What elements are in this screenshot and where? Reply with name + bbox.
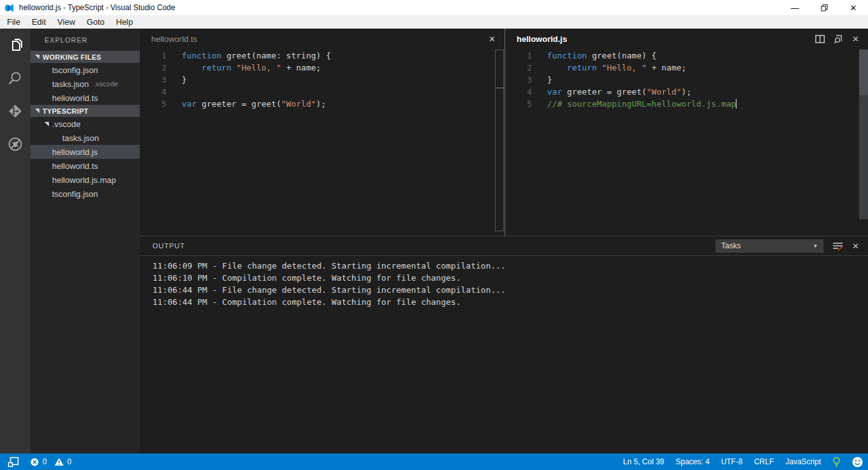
- close-window-button[interactable]: ✕: [839, 0, 868, 15]
- output-line: 11:06:10 PM - Compilation complete. Watc…: [153, 272, 868, 284]
- line-number: 5: [140, 98, 166, 110]
- title-bar: helloworld.js - TypeScript - Visual Stud…: [0, 0, 868, 15]
- editor-left-header[interactable]: helloworld.ts ✕: [140, 29, 505, 50]
- window-title: helloworld.js - TypeScript - Visual Stud…: [19, 3, 175, 12]
- status-encoding[interactable]: UTF-8: [721, 457, 743, 466]
- code-area[interactable]: 1function greet(name) {2 return "Hello, …: [505, 50, 868, 236]
- section-label: WORKING FILES: [43, 53, 102, 61]
- file-label: tsconfig.json: [52, 189, 98, 199]
- menu-bar: FileEditViewGotoHelp: [0, 15, 868, 29]
- panel-title: OUTPUT: [153, 242, 185, 250]
- status-cursor-position[interactable]: Ln 5, Col 39: [623, 457, 665, 466]
- sidebar-item-tasks-json[interactable]: tasks.json.vscode: [31, 77, 140, 91]
- vscode-logo: [4, 3, 14, 13]
- activity-git[interactable]: [0, 95, 31, 128]
- output-panel: OUTPUT Tasks ▼ ✕ 11:06:09 PM - File chan…: [140, 236, 868, 453]
- restore-button[interactable]: [810, 0, 839, 15]
- close-editor-icon[interactable]: ✕: [489, 34, 496, 44]
- line-number: 1: [140, 50, 166, 62]
- code-line: 5var greeter = greet("World");: [140, 98, 505, 110]
- line-number: 3: [140, 74, 166, 86]
- line-text: }: [166, 74, 187, 86]
- output-line: 11:06:09 PM - File change detected. Star…: [153, 260, 868, 272]
- sidebar-item-helloworld-ts[interactable]: helloworld.ts: [31, 91, 140, 105]
- close-editor-icon[interactable]: ✕: [852, 34, 859, 44]
- line-text: }: [532, 74, 552, 86]
- status-indentation[interactable]: Spaces: 4: [675, 457, 709, 466]
- activity-search[interactable]: [0, 62, 31, 95]
- output-panel-header: OUTPUT Tasks ▼ ✕: [140, 236, 868, 256]
- sidebar-item-tasks-json[interactable]: tasks.json: [31, 131, 140, 145]
- line-number: 1: [505, 50, 532, 62]
- close-panel-icon[interactable]: ✕: [852, 241, 859, 251]
- twistie-icon: [35, 109, 39, 113]
- lightbulb-icon[interactable]: [832, 457, 841, 467]
- minimize-button[interactable]: —: [780, 0, 810, 15]
- sidebar-sections: WORKING FILEStsconfig.jsontasks.json.vsc…: [31, 51, 140, 201]
- line-text: function greet(name: string) {: [166, 50, 331, 62]
- files-icon: [7, 37, 24, 53]
- line-text: [166, 86, 182, 98]
- screen-squares-icon[interactable]: [8, 457, 19, 467]
- editor-group-container: helloworld.ts ✕ 1function greet(name: st…: [140, 29, 868, 236]
- activity-explorer[interactable]: [0, 29, 31, 62]
- clear-output-icon[interactable]: [832, 241, 843, 251]
- sidebar-item-tsconfig-json[interactable]: tsconfig.json: [31, 187, 140, 201]
- sidebar-item-tsconfig-json[interactable]: tsconfig.json: [31, 63, 140, 77]
- output-channel-value: Tasks: [721, 241, 741, 250]
- line-number: 4: [505, 86, 532, 98]
- line-number: 2: [505, 62, 532, 74]
- code-line: 4var greeter = greet("World");: [505, 86, 868, 98]
- left-editor-scrollbar[interactable]: [495, 50, 504, 231]
- code-line: 5//# sourceMappingURL=helloworld.js.map: [505, 98, 868, 110]
- activity-debug[interactable]: [0, 128, 31, 161]
- menu-file[interactable]: File: [1, 17, 26, 27]
- sidebar-item-helloworld-js[interactable]: helloworld.js: [31, 145, 140, 159]
- open-preview-icon[interactable]: [834, 35, 843, 44]
- line-number: 5: [505, 98, 532, 110]
- error-circle-icon: [31, 458, 39, 466]
- problems-indicator[interactable]: 0 0: [31, 457, 71, 466]
- file-label: tasks.json: [52, 79, 89, 89]
- section-header-typescript[interactable]: TYPESCRIPT: [31, 105, 140, 117]
- output-channel-select[interactable]: Tasks ▼: [715, 239, 824, 253]
- section-header-working-files[interactable]: WORKING FILES: [31, 51, 140, 63]
- menu-goto[interactable]: Goto: [81, 17, 110, 27]
- sidebar-item-helloworld-ts[interactable]: helloworld.ts: [31, 159, 140, 173]
- sidebar-item-helloworld-js-map[interactable]: helloworld.js.map: [31, 173, 140, 187]
- output-log[interactable]: 11:06:09 PM - File change detected. Star…: [140, 256, 868, 308]
- line-text: //# sourceMappingURL=helloworld.js.map: [532, 98, 736, 110]
- file-label: tasks.json: [62, 133, 99, 143]
- menu-help[interactable]: Help: [111, 17, 139, 27]
- explorer-sidebar: EXPLORER WORKING FILEStsconfig.jsontasks…: [31, 29, 140, 453]
- sidebar-title: EXPLORER: [31, 29, 140, 51]
- status-eol[interactable]: CRLF: [754, 457, 774, 466]
- text-cursor: [736, 99, 736, 109]
- line-text: return "Hello, " + name;: [532, 62, 686, 74]
- section-label: TYPESCRIPT: [43, 107, 88, 115]
- menu-view[interactable]: View: [51, 17, 81, 27]
- menu-edit[interactable]: Edit: [26, 17, 51, 27]
- warning-count: 0: [67, 457, 72, 466]
- file-label: helloworld.js: [52, 147, 98, 157]
- git-icon: [7, 103, 24, 119]
- code-line: 1function greet(name: string) {: [140, 50, 505, 62]
- tab-label: helloworld.js: [517, 34, 567, 44]
- code-area[interactable]: 1function greet(name: string) {2 return …: [140, 50, 505, 236]
- line-text: function greet(name) {: [532, 50, 656, 62]
- split-editor-icon[interactable]: [815, 35, 825, 43]
- smiley-icon[interactable]: [852, 457, 863, 467]
- code-line: 3}: [140, 74, 505, 86]
- editor-right-header[interactable]: helloworld.js ✕: [505, 29, 868, 50]
- warning-triangle-icon: [55, 458, 64, 466]
- code-line: 1function greet(name) {: [505, 50, 868, 62]
- search-icon: [7, 70, 24, 86]
- status-language-mode[interactable]: JavaScript: [785, 457, 821, 466]
- right-editor-scrollbar[interactable]: [859, 50, 868, 219]
- dropdown-caret-icon: ▼: [813, 243, 818, 249]
- sidebar-item--vscode[interactable]: .vscode: [31, 117, 140, 131]
- file-suffix: .vscode: [94, 80, 118, 88]
- editor-helloworld-ts: helloworld.ts ✕ 1function greet(name: st…: [140, 29, 505, 236]
- file-label: helloworld.ts: [52, 93, 98, 103]
- status-bar: 0 0 Ln 5, Col 39Spaces: 4UTF-8CRLFJavaSc…: [0, 453, 868, 470]
